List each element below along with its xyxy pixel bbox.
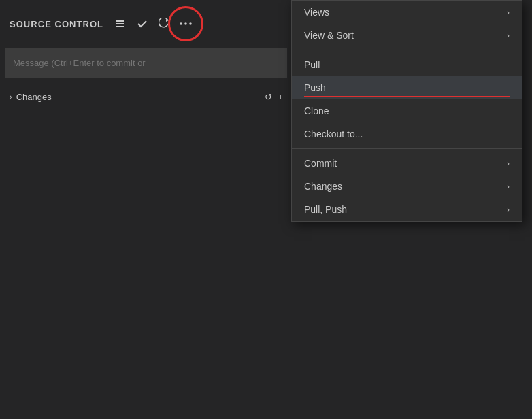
push-underline-annotation [304,96,510,97]
menu-item-checkout-label: Checkout to... [304,129,363,139]
sidebar-title: SOURCE CONTROL [10,19,103,29]
menu-item-commit-label: Commit [304,158,337,169]
menu-item-changes[interactable]: Changes › [292,175,522,198]
menu-item-clone-label: Clone [304,105,329,116]
menu-item-clone[interactable]: Clone [292,99,522,122]
separator-2 [292,148,522,149]
menu-item-view-sort[interactable]: View & Sort › [292,24,522,47]
menu-item-checkout[interactable]: Checkout to... [292,122,522,146]
svg-rect-1 [116,23,124,24]
menu-item-push[interactable]: Push [292,76,522,99]
changes-label: Changes [16,92,261,102]
changes-chevron-icon: › [10,93,12,101]
menu-item-views-label: Views [304,7,329,18]
source-control-sidebar: SOURCE CONTROL [0,0,293,419]
changes-icon-group: ↺ + [265,92,283,102]
menu-item-pull-push-label: Pull, Push [304,204,347,215]
list-icon[interactable] [113,16,128,31]
menu-item-pull-label: Pull [304,59,320,70]
more-button-wrap [178,16,193,31]
separator-1 [292,50,522,50]
svg-point-5 [184,22,187,25]
stage-all-icon[interactable]: + [278,92,283,102]
menu-item-commit[interactable]: Commit › [292,152,522,175]
svg-point-4 [180,22,182,25]
changes-row[interactable]: › Changes ↺ + [0,83,293,110]
more-button[interactable] [178,16,193,31]
menu-item-views[interactable]: Views › [292,1,522,24]
view-sort-submenu-chevron: › [507,31,510,39]
menu-item-view-sort-label: View & Sort [304,30,354,41]
header-icon-group [113,16,193,31]
context-menu: Views › View & Sort › Pull Push Clone Ch… [291,0,522,222]
menu-item-changes-label: Changes [304,181,342,192]
menu-item-pull[interactable]: Pull [292,53,522,76]
menu-item-push-label: Push [304,82,326,93]
changes-submenu-chevron: › [507,182,510,190]
pull-push-submenu-chevron: › [507,205,510,214]
menu-item-pull-push[interactable]: Pull, Push › [292,198,522,221]
refresh-icon[interactable] [156,16,171,31]
commit-message-input[interactable] [5,48,287,78]
check-icon[interactable] [135,16,150,31]
svg-rect-2 [116,26,124,27]
svg-point-6 [189,22,192,25]
commit-submenu-chevron: › [507,159,510,167]
discard-icon[interactable]: ↺ [265,92,272,102]
svg-rect-0 [116,20,124,22]
views-submenu-chevron: › [507,8,510,16]
sidebar-header: SOURCE CONTROL [0,0,293,48]
